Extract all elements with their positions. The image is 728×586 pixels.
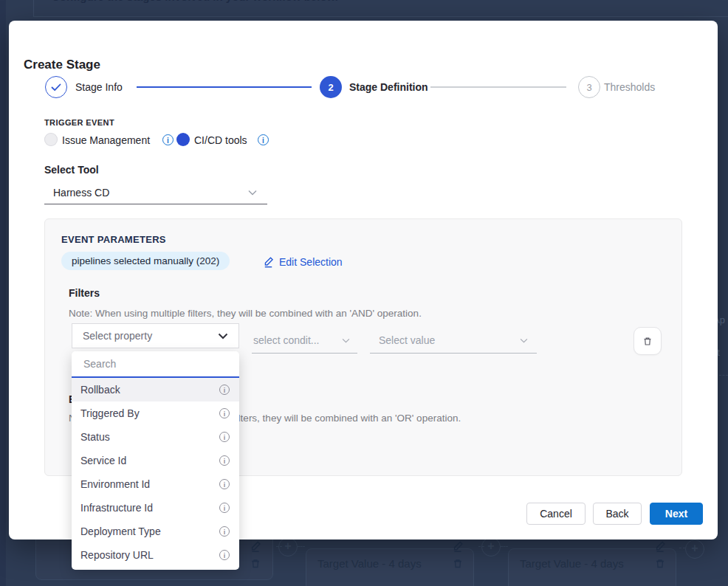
trash-icon <box>642 335 653 347</box>
value-select-placeholder: Select value <box>379 334 435 346</box>
back-button[interactable]: Back <box>593 503 642 525</box>
dropdown-option-triggered-by[interactable]: Triggered By i <box>72 401 239 425</box>
info-icon[interactable]: i <box>219 550 230 560</box>
trash-icon <box>654 557 666 569</box>
step-2-label[interactable]: Stage Definition <box>349 81 428 93</box>
info-icon[interactable]: i <box>219 503 230 513</box>
trash-icon <box>452 557 464 569</box>
next-button[interactable]: Next <box>650 503 703 525</box>
dropdown-option-label: Infrastructure Id <box>80 502 153 514</box>
dropdown-option-label: Triggered By <box>80 407 140 419</box>
edit-icon <box>250 541 261 553</box>
info-icon[interactable]: i <box>219 526 230 537</box>
property-select[interactable]: Select property <box>72 323 239 348</box>
condition-select-placeholder: select condit... <box>253 334 320 346</box>
connector-dash <box>298 546 305 547</box>
background-stage-card-label: Target Value - 4 days <box>520 557 624 570</box>
info-icon[interactable]: i <box>162 134 174 145</box>
stepper-connector <box>137 86 312 88</box>
edit-selection-label: Edit Selection <box>279 256 343 268</box>
edit-icon <box>654 541 666 553</box>
dropdown-option-rollback[interactable]: Rollback i <box>72 378 239 401</box>
radio-cicd-tools[interactable] <box>176 133 190 146</box>
dialog-title: Create Stage <box>24 58 100 72</box>
dropdown-option-status[interactable]: Status i <box>72 425 239 449</box>
property-select-placeholder: Select property <box>83 330 152 342</box>
background-page-subtitle: Configure the stages involved in your wo… <box>52 0 338 8</box>
check-icon <box>51 83 61 92</box>
background-stage-card-label: Target Value - 4 days <box>317 557 422 570</box>
dropdown-option-deployment-type[interactable]: Deployment Type i <box>72 520 239 543</box>
edit-selection-link[interactable]: Edit Selection <box>263 256 343 268</box>
step-1-indicator[interactable] <box>45 76 67 98</box>
radio-cicd-tools-label[interactable]: CI/CD tools <box>194 134 247 146</box>
tool-select[interactable]: Harness CD <box>44 182 267 204</box>
chevron-down-icon <box>218 333 228 339</box>
property-dropdown: Rollback i Triggered By i Status i Servi… <box>72 351 239 570</box>
select-tool-label: Select Tool <box>44 164 99 176</box>
radio-issue-management[interactable] <box>44 133 58 146</box>
filters-heading: Filters <box>69 287 100 299</box>
edit-icon <box>263 257 274 268</box>
info-icon[interactable]: i <box>219 479 230 489</box>
pipelines-selection-pill[interactable]: pipelines selected manually (202) <box>61 252 230 270</box>
filters-note: Note: When using multiple filters, they … <box>69 308 422 319</box>
dropdown-option-environment-id[interactable]: Environment Id i <box>72 472 239 496</box>
step-3-label[interactable]: Thresholds <box>604 81 655 93</box>
dropdown-option-label: Rollback <box>80 384 120 396</box>
step-3-indicator[interactable]: 3 <box>578 76 600 98</box>
dropdown-search <box>72 351 239 378</box>
trigger-event-label: TRIGGER EVENT <box>44 118 114 127</box>
background-divider-vertical <box>33 0 34 16</box>
connector-dash <box>501 546 508 547</box>
chevron-down-icon <box>248 190 257 196</box>
trash-icon <box>250 557 261 569</box>
info-icon[interactable]: i <box>258 134 269 145</box>
info-icon[interactable]: i <box>219 385 230 395</box>
condition-select[interactable]: select condit... <box>252 328 357 354</box>
dropdown-option-repository-url[interactable]: Repository URL i <box>72 543 239 567</box>
value-select[interactable]: Select value <box>370 328 537 354</box>
chevron-down-icon <box>520 338 528 343</box>
connector-dash <box>719 375 728 376</box>
info-icon[interactable]: i <box>219 455 230 466</box>
connector-dash <box>679 548 685 548</box>
dropdown-option-label: Repository URL <box>80 549 154 561</box>
radio-issue-management-label[interactable]: Issue Management <box>62 134 150 146</box>
info-icon[interactable]: i <box>219 408 230 418</box>
info-icon[interactable]: i <box>219 432 230 442</box>
dropdown-option-infrastructure-id[interactable]: Infrastructure Id i <box>72 496 239 520</box>
step-2-indicator[interactable]: 2 <box>320 76 342 98</box>
dropdown-search-input[interactable] <box>72 358 239 370</box>
dropdown-option-label: Deployment Type <box>80 525 161 537</box>
dropdown-option-label: Environment Id <box>80 478 150 490</box>
stepper-connector <box>430 86 566 88</box>
chevron-down-icon <box>342 338 350 343</box>
remove-filter-button[interactable] <box>633 327 662 355</box>
cancel-button[interactable]: Cancel <box>526 503 586 525</box>
background-divider-horizontal <box>33 16 728 17</box>
dropdown-option-service-id[interactable]: Service Id i <box>72 449 239 472</box>
edit-icon <box>452 541 464 553</box>
add-stage-icon: + <box>481 537 501 556</box>
add-stage-icon: + <box>685 540 704 559</box>
dropdown-option-label: Service Id <box>80 455 126 466</box>
event-parameters-heading: EVENT PARAMETERS <box>61 234 166 245</box>
tool-select-value: Harness CD <box>53 187 109 199</box>
background-sidebar-edge <box>0 0 6 586</box>
step-1-label[interactable]: Stage Info <box>75 81 123 93</box>
dropdown-option-label: Status <box>80 431 110 443</box>
add-stage-icon: + <box>278 537 298 556</box>
